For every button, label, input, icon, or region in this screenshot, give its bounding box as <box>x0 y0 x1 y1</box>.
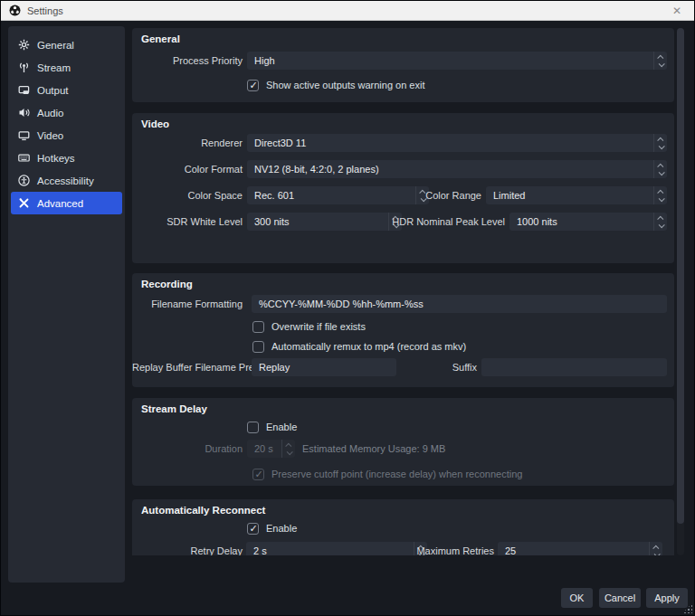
gear-icon <box>18 39 30 51</box>
color-range-combobox[interactable]: Limited <box>486 186 667 204</box>
replay-prefix-input[interactable]: Replay <box>252 358 396 376</box>
section-header: Automatically Reconnect <box>141 505 265 516</box>
section-header: Recording <box>141 279 193 289</box>
color-format-combobox[interactable]: NV12 (8-bit, 4:2:0, 2 planes) <box>247 160 667 178</box>
filename-formatting-label: Filename Formatting <box>132 295 243 313</box>
section-header: Stream Delay <box>141 403 207 414</box>
combo-arrows-icon[interactable] <box>653 160 667 178</box>
sidebar-item-label: General <box>37 40 74 51</box>
section-stream-delay: Stream Delay Enable Duration 20 s Estima… <box>132 398 674 486</box>
section-general: General Process Priority High Show activ… <box>132 28 674 102</box>
settings-scroll-area: General Process Priority High Show activ… <box>132 26 675 555</box>
sidebar-item-hotkeys[interactable]: Hotkeys <box>11 147 122 169</box>
overwrite-checkbox[interactable]: Overwrite if file exists <box>252 320 366 333</box>
combo-arrows-icon[interactable] <box>653 186 667 204</box>
stream-delay-enable-checkbox[interactable]: Enable <box>247 421 297 433</box>
spinner-arrows-icon[interactable] <box>653 213 667 231</box>
duration-label: Duration <box>132 440 243 458</box>
checkbox-unchecked-icon <box>252 321 264 333</box>
color-space-label: Color Space <box>132 186 243 204</box>
hdr-peak-level-label: HDR Nominal Peak Level <box>367 213 505 231</box>
color-range-label: Color Range <box>404 186 481 204</box>
sidebar-item-label: Advanced <box>37 198 83 209</box>
renderer-label: Renderer <box>132 134 243 152</box>
sidebar-item-label: Stream <box>37 62 71 73</box>
max-retries-spinbox[interactable]: 25 <box>498 542 662 555</box>
accessibility-icon <box>18 175 30 186</box>
scrollbar-track[interactable] <box>677 28 684 555</box>
color-format-label: Color Format <box>132 160 243 178</box>
spinner-arrows-icon <box>281 440 295 458</box>
show-warning-checkbox[interactable]: Show active outputs warning on exit <box>247 79 425 91</box>
antenna-icon <box>18 62 30 73</box>
settings-sidebar: General Stream Output Audio <box>8 26 125 583</box>
color-space-combobox[interactable]: Rec. 601 <box>247 186 429 204</box>
remux-checkbox[interactable]: Automatically remux to mp4 (record as mk… <box>252 340 466 353</box>
checkbox-checked-icon <box>252 469 264 480</box>
cancel-button[interactable]: Cancel <box>599 588 641 608</box>
reconnect-enable-checkbox[interactable]: Enable <box>247 522 297 535</box>
max-retries-label: Maximum Retries <box>413 542 494 555</box>
titlebar[interactable]: Settings ✕ <box>1 1 694 21</box>
sidebar-item-output[interactable]: Output <box>11 79 122 101</box>
combo-arrows-icon[interactable] <box>653 134 667 152</box>
section-auto-reconnect: Automatically Reconnect Enable Retry Del… <box>132 499 674 555</box>
checkbox-checked-icon <box>247 80 259 91</box>
combo-arrows-icon[interactable] <box>653 52 667 70</box>
section-recording: Recording Filename Formatting %CCYY-%MM-… <box>132 273 674 387</box>
sidebar-item-advanced[interactable]: Advanced <box>11 192 122 214</box>
sidebar-item-label: Hotkeys <box>37 153 75 164</box>
retry-delay-label: Retry Delay <box>132 542 243 555</box>
sidebar-item-accessibility[interactable]: Accessibility <box>11 169 122 192</box>
filename-formatting-input[interactable]: %CCYY-%MM-%DD %hh-%mm-%ss <box>252 295 667 313</box>
keyboard-icon <box>18 152 30 164</box>
replay-suffix-input[interactable] <box>481 358 667 376</box>
checkbox-unchecked-icon <box>252 341 264 353</box>
settings-window: Settings ✕ General Stream Output <box>0 0 695 616</box>
section-video: Video Renderer Direct3D 11 Color Format … <box>132 113 674 263</box>
speaker-icon <box>18 107 30 118</box>
obs-logo-icon <box>9 5 21 16</box>
retry-delay-spinbox[interactable]: 2 s <box>246 542 427 555</box>
replay-prefix-label: Replay Buffer Filename Prefix <box>132 358 247 376</box>
process-priority-combobox[interactable]: High <box>247 52 667 70</box>
sdr-white-level-label: SDR White Level <box>132 213 243 231</box>
window-title: Settings <box>27 5 63 16</box>
close-icon[interactable]: ✕ <box>670 4 684 18</box>
sidebar-item-label: Audio <box>37 108 63 118</box>
hdr-peak-level-spinbox[interactable]: 1000 nits <box>509 213 667 231</box>
sidebar-item-stream[interactable]: Stream <box>11 56 122 79</box>
sidebar-item-label: Output <box>37 85 69 96</box>
ok-button[interactable]: OK <box>561 588 593 608</box>
sidebar-item-video[interactable]: Video <box>11 124 122 147</box>
apply-button[interactable]: Apply <box>646 588 688 608</box>
tools-icon <box>18 197 30 209</box>
scrollbar-thumb[interactable] <box>677 28 684 524</box>
sidebar-item-general[interactable]: General <box>11 33 122 56</box>
spinner-arrows-icon[interactable] <box>649 542 662 555</box>
section-header: Video <box>141 118 169 129</box>
replay-suffix-label: Suffix <box>431 358 477 376</box>
process-priority-label: Process Priority <box>132 52 243 70</box>
preserve-cutoff-checkbox: Preserve cutoff point (increase delay) w… <box>252 468 522 480</box>
memory-usage-text: Estimated Memory Usage: 9 MB <box>302 440 445 458</box>
section-header: General <box>141 33 180 44</box>
checkbox-unchecked-icon <box>247 422 259 433</box>
duration-spinbox: 20 s <box>247 440 295 458</box>
sidebar-item-audio[interactable]: Audio <box>11 101 122 124</box>
renderer-combobox[interactable]: Direct3D 11 <box>247 134 667 152</box>
screen-share-icon <box>18 84 30 96</box>
checkbox-checked-icon <box>247 523 259 535</box>
sidebar-item-label: Accessibility <box>37 175 94 186</box>
monitor-icon <box>18 129 30 141</box>
sidebar-item-label: Video <box>37 130 63 141</box>
